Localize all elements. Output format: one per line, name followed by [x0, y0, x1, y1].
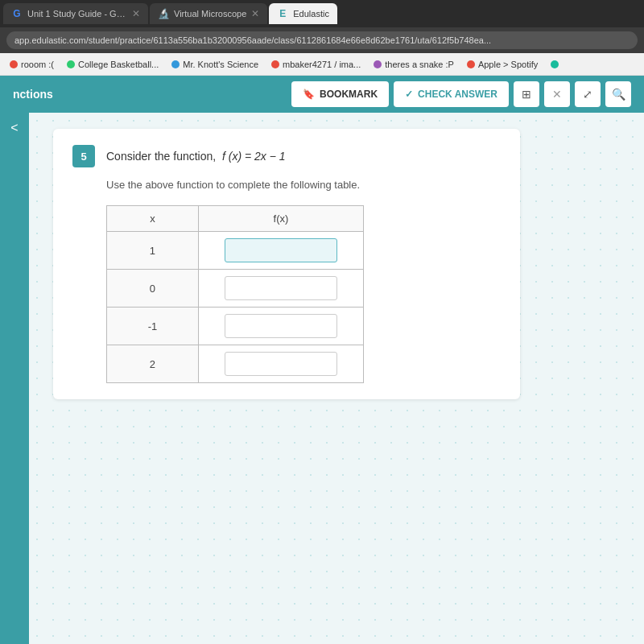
table-row: -1: [107, 308, 364, 345]
sidebar-back-arrow[interactable]: <: [10, 121, 18, 135]
table-cell-fx-3: [198, 345, 363, 383]
question-number: 5: [72, 145, 95, 167]
bookmark-icon: 🔖: [303, 89, 315, 100]
table-row: 1: [107, 232, 364, 270]
answer-input-row-0[interactable]: [225, 238, 337, 262]
answer-input-row-2[interactable]: [225, 314, 337, 338]
bookmark-dot: [10, 60, 18, 68]
bookmark-dot: [551, 60, 559, 68]
tab-unit-study-guide[interactable]: G Unit 1 Study Guide - Google Docs ✕: [3, 3, 148, 24]
tab-bar: G Unit 1 Study Guide - Google Docs ✕ 🔬 V…: [0, 0, 644, 27]
close-icon: ✕: [552, 88, 562, 101]
table-cell-x-0: 1: [107, 232, 199, 270]
edulastic-icon: E: [277, 8, 288, 19]
bookmark-dot: [67, 60, 75, 68]
tab-edulastic[interactable]: E Edulastic: [269, 3, 337, 24]
bookmark-extra[interactable]: [547, 59, 562, 70]
bookmark-mbaker[interactable]: mbaker4271 / ima...: [268, 58, 364, 71]
question-header: 5 Consider the function, f (x) = 2x − 1: [72, 145, 501, 167]
question-container: 5 Consider the function, f (x) = 2x − 1 …: [53, 129, 520, 399]
bookmark-basketball[interactable]: College Basketball...: [64, 58, 162, 71]
tab-virtual-microscope[interactable]: 🔬 Virtual Microscope ✕: [150, 3, 267, 24]
toolbar: nctions 🔖 BOOKMARK ✓ CHECK ANSWER ⊞ ✕ ⤢ …: [0, 76, 644, 113]
table-row: 0: [107, 270, 364, 308]
google-docs-icon: G: [11, 8, 23, 19]
table-row: 2: [107, 345, 364, 383]
bookmark-knott-science[interactable]: Mr. Knott's Science: [168, 58, 262, 71]
question-subtext: Use the above function to complete the f…: [106, 179, 501, 191]
section-label: nctions: [13, 88, 285, 101]
table-cell-x-3: 2: [107, 345, 199, 383]
table-cell-fx-0: [198, 232, 363, 270]
bookmark-button[interactable]: 🔖 BOOKMARK: [291, 81, 389, 107]
search-button[interactable]: 🔍: [605, 81, 631, 107]
bookmark-dot: [467, 60, 475, 68]
bookmark-dot: [271, 60, 279, 68]
bookmark-dot: [171, 60, 180, 68]
table-header-x: x: [107, 206, 199, 232]
browser-chrome: G Unit 1 Study Guide - Google Docs ✕ 🔬 V…: [0, 0, 644, 76]
tab-close-1[interactable]: ✕: [132, 8, 140, 19]
table-cell-fx-1: [198, 270, 363, 308]
check-answer-button[interactable]: ✓ CHECK ANSWER: [394, 81, 509, 107]
microscope-icon: 🔬: [158, 8, 169, 19]
expand-icon: ⤢: [583, 88, 592, 101]
app-container: nctions 🔖 BOOKMARK ✓ CHECK ANSWER ⊞ ✕ ⤢ …: [0, 76, 644, 644]
math-formula: f (x) = 2x − 1: [222, 150, 286, 163]
grid-icon: ⊞: [522, 88, 531, 101]
check-icon: ✓: [405, 89, 413, 100]
main-content: 5 Consider the function, f (x) = 2x − 1 …: [29, 113, 644, 644]
bookmark-snake[interactable]: theres a snake :P: [370, 58, 457, 71]
answer-input-row-1[interactable]: [225, 276, 337, 300]
bookmark-apple-spotify[interactable]: Apple > Spotify: [464, 58, 541, 71]
answer-input-row-3[interactable]: [225, 352, 337, 376]
function-table: x f(x) 10-12: [106, 205, 364, 383]
table-cell-x-2: -1: [107, 308, 199, 345]
search-icon: 🔍: [612, 88, 625, 101]
table-header-fx: f(x): [198, 206, 363, 232]
address-bar-row: app.edulastic.com/student/practice/6113a…: [0, 27, 644, 53]
question-text: Consider the function, f (x) = 2x − 1: [106, 145, 286, 165]
bookmark-dot: [374, 60, 382, 68]
close-button[interactable]: ✕: [544, 81, 570, 107]
address-bar[interactable]: app.edulastic.com/student/practice/6113a…: [6, 31, 638, 49]
table-cell-x-1: 0: [107, 270, 199, 308]
toolbar-buttons: 🔖 BOOKMARK ✓ CHECK ANSWER ⊞ ✕ ⤢ 🔍: [291, 81, 631, 107]
content-area: < 5 Consider the function, f (x) = 2x − …: [0, 113, 644, 644]
tab-close-2[interactable]: ✕: [251, 8, 259, 19]
expand-button[interactable]: ⤢: [575, 81, 601, 107]
bookmarks-bar: rooom :( College Basketball... Mr. Knott…: [0, 53, 644, 76]
table-cell-fx-2: [198, 308, 363, 345]
sidebar-nav: <: [0, 113, 29, 644]
grid-button[interactable]: ⊞: [514, 81, 539, 107]
bookmark-rooom[interactable]: rooom :(: [6, 58, 57, 71]
